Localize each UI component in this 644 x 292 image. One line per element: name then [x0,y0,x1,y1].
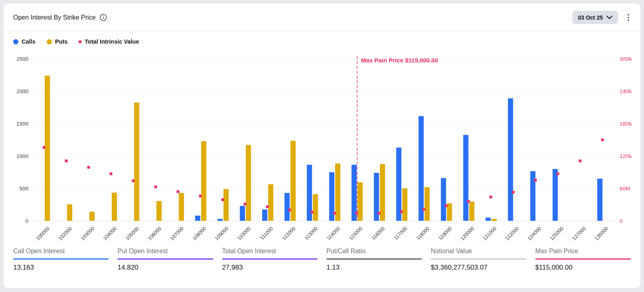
puts-swatch-icon [47,39,52,44]
right-axis-tick: 300M [620,56,632,62]
calls-bar[interactable] [195,216,200,221]
intrinsic-marker[interactable] [177,190,179,193]
intrinsic-marker[interactable] [467,200,470,203]
card-header: Open Interest By Strike Price 03 Oct 25 [4,4,640,32]
calls-bar[interactable] [396,148,402,221]
stat-accent-bar [431,258,526,260]
intrinsic-marker[interactable] [333,212,336,215]
puts-bar[interactable] [201,141,206,221]
legend-item-puts[interactable]: Puts [47,38,68,45]
intrinsic-marker[interactable] [132,180,135,182]
stat-label: Notional Value [431,248,526,255]
x-axis-tick: 125000 [549,226,564,241]
puts-bar[interactable] [268,184,273,221]
calls-bar[interactable] [597,179,602,221]
puts-bar[interactable] [469,202,475,221]
x-axis-tick: 109000 [214,226,229,241]
intrinsic-marker[interactable] [42,146,45,149]
x-axis-tick: 111000 [259,226,274,241]
intrinsic-marker[interactable] [400,210,403,213]
x-axis-tick: 107000 [169,226,185,241]
stat-label: Call Open Interest [13,248,109,255]
header-right: 03 Oct 25 [572,11,632,24]
legend-label-intrinsic-value: Total Intrinsic Value [85,38,139,45]
right-axis-tick: 180M [620,121,632,127]
intrinsic-marker[interactable] [378,212,380,215]
puts-bar[interactable] [425,187,430,221]
intrinsic-marker[interactable] [311,211,314,214]
intrinsic-marker[interactable] [266,205,269,208]
intrinsic-marker[interactable] [355,212,358,215]
intrinsic-marker[interactable] [288,209,291,212]
intrinsic-marker[interactable] [557,172,559,175]
intrinsic-marker[interactable] [199,194,202,197]
puts-bar[interactable] [89,212,95,221]
stat-value: 1.13 [326,264,422,272]
stat-call-open-interest: Call Open Interest 13,163 [13,248,109,272]
stat-accent-bar [535,258,631,260]
puts-bar[interactable] [290,141,296,221]
expiry-date-label: 03 Oct 25 [578,14,603,21]
stat-label: Put/Call Ratio [326,248,422,255]
puts-bar[interactable] [380,164,385,221]
open-interest-card: Open Interest By Strike Price 03 Oct 25 [3,3,641,288]
puts-bar[interactable] [447,203,452,221]
chevron-down-icon [606,16,612,20]
puts-bar[interactable] [335,164,340,221]
expiry-date-selector[interactable]: 03 Oct 25 [572,11,618,24]
intrinsic-marker[interactable] [109,172,112,175]
puts-bar[interactable] [246,145,251,221]
intrinsic-marker[interactable] [422,208,425,211]
stat-value: 13,163 [13,264,109,272]
calls-bar[interactable] [240,206,245,221]
intrinsic-marker[interactable] [601,138,604,141]
puts-bar[interactable] [179,193,184,221]
intrinsic-marker[interactable] [489,196,492,198]
legend-item-calls[interactable]: Calls [13,38,36,45]
x-axis-tick: 102000 [58,226,73,241]
puts-bar[interactable] [157,201,162,221]
intrinsic-marker[interactable] [244,203,246,206]
chart-area: 2500300M2000240M1500180M1000120M50060M00… [13,50,631,244]
x-axis-tick: 130000 [594,226,609,241]
puts-bar[interactable] [491,219,497,221]
intrinsic-marker[interactable] [87,166,90,169]
calls-bar[interactable] [217,219,223,221]
calls-bar[interactable] [530,171,535,221]
stat-value: $115,000.00 [535,264,631,272]
intrinsic-marker[interactable] [534,179,537,182]
x-axis-tick: 105000 [124,226,140,241]
puts-bar[interactable] [67,204,72,221]
puts-bar[interactable] [313,194,318,221]
intrinsic-marker[interactable] [154,185,157,188]
puts-bar[interactable] [358,182,363,221]
calls-bar[interactable] [262,210,267,221]
puts-bar[interactable] [402,188,407,221]
y-axis-tick: 2500 [16,56,28,62]
legend-item-intrinsic-value[interactable]: Total Intrinsic Value [79,38,139,45]
calls-bar[interactable] [463,135,469,221]
intrinsic-marker[interactable] [445,204,447,207]
x-axis-tick: 112000 [281,226,296,241]
legend-label-puts: Puts [55,38,68,45]
calls-bar[interactable] [553,169,558,221]
calls-bar[interactable] [508,98,513,221]
puts-bar[interactable] [134,102,139,221]
puts-bar[interactable] [223,189,229,221]
calls-bar[interactable] [441,178,446,221]
puts-bar[interactable] [112,193,117,221]
stat-accent-bar [117,258,213,260]
intrinsic-marker[interactable] [221,198,224,201]
intrinsic-marker[interactable] [65,160,68,162]
info-icon[interactable] [99,14,107,21]
intrinsic-marker[interactable] [579,160,582,162]
calls-bar[interactable] [284,193,290,221]
x-axis-tick: 121000 [482,226,497,241]
calls-bar[interactable] [419,116,424,221]
stat-max-pain-price: Max Pain Price $115,000.00 [535,248,631,272]
more-options-icon[interactable] [625,12,632,23]
calls-bar[interactable] [485,218,491,221]
intrinsic-marker[interactable] [512,191,515,194]
puts-bar[interactable] [45,76,50,221]
x-axis-tick: 106000 [147,226,162,241]
